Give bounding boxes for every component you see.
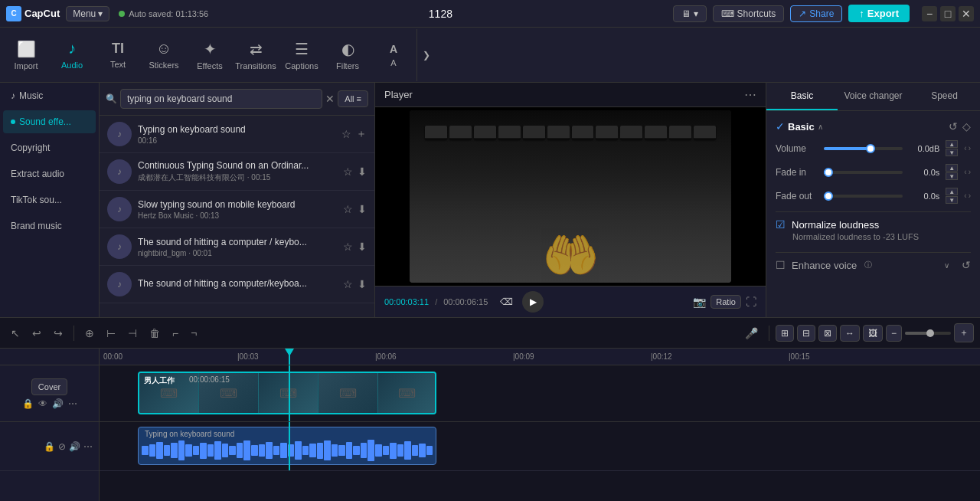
audio-eye-icon[interactable]: ⊘: [58, 441, 66, 452]
add-button[interactable]: ＋: [356, 127, 367, 141]
fadein-down[interactable]: ▼: [946, 172, 958, 180]
select-tool[interactable]: ↖: [6, 324, 24, 342]
sidebar-item-sound-effects[interactable]: Sound effe...: [3, 110, 96, 133]
clip-view2-button[interactable]: ⊟: [797, 325, 815, 342]
monitor-button[interactable]: 🖥 ▾: [673, 5, 707, 22]
zoom-out-button[interactable]: −: [886, 325, 902, 342]
tool-stickers[interactable]: ☺ Stickers: [141, 29, 187, 81]
enhance-checkbox[interactable]: ☐: [776, 259, 786, 271]
timeline-ruler[interactable]: 00:00 |00:03 |00:06 |00:09 |00:12 |00:15: [100, 349, 980, 365]
menu-button[interactable]: Menu ▾: [66, 6, 109, 21]
sound-item[interactable]: ♪ The sound of hitting a computer / keyb…: [100, 228, 374, 266]
audio-lock-icon[interactable]: 🔒: [44, 441, 55, 452]
sidebar-item-extract-audio[interactable]: Extract audio: [3, 162, 96, 185]
shortcuts-button[interactable]: ⌨ Shortcuts: [713, 5, 785, 22]
player-menu-button[interactable]: ⋯: [744, 87, 756, 102]
clip-view3-button[interactable]: ⊠: [818, 325, 837, 342]
download-button[interactable]: ⬇: [358, 241, 367, 253]
fadein-right-arrow[interactable]: ›: [969, 168, 971, 176]
split-button[interactable]: ⊢: [102, 324, 120, 342]
fadein-left-arrow[interactable]: ‹: [964, 168, 966, 176]
tab-speed[interactable]: Speed: [909, 83, 980, 110]
volume-up[interactable]: ▲: [946, 140, 958, 148]
fadein-slider[interactable]: [824, 171, 903, 174]
undo-button[interactable]: ↩: [28, 324, 46, 342]
tool-text[interactable]: TI Text: [95, 29, 141, 81]
sound-item[interactable]: ♪ Slow typing sound on mobile keyboard H…: [100, 191, 374, 228]
sidebar-item-copyright[interactable]: Copyright: [3, 136, 96, 159]
download-button[interactable]: ⬇: [358, 165, 367, 178]
sound-item[interactable]: ♪ Typing on keyboard sound 00:16 ☆ ＋: [100, 116, 374, 153]
delete-button[interactable]: 🗑: [145, 324, 165, 342]
sidebar-item-music[interactable]: ♪ Music: [3, 84, 96, 107]
search-input[interactable]: [120, 89, 322, 109]
audio-vol-icon[interactable]: 🔊: [69, 441, 80, 452]
minimize-button[interactable]: −: [922, 6, 937, 21]
fullscreen-icon[interactable]: ⛶: [746, 296, 756, 308]
mic-button[interactable]: 🎤: [740, 324, 763, 342]
tool-transitions[interactable]: ⇄ Transitions: [233, 29, 279, 81]
redo-button[interactable]: ↪: [49, 324, 67, 342]
fadeout-right-arrow[interactable]: ›: [969, 192, 971, 200]
thumb-button[interactable]: 🖼: [863, 325, 883, 342]
more-track-icon[interactable]: ⋯: [68, 398, 77, 409]
tool-audio[interactable]: ♪ Audio: [49, 29, 95, 81]
cover-button[interactable]: Cover: [31, 378, 67, 395]
fit-button[interactable]: ↔: [840, 325, 860, 342]
star-button[interactable]: ☆: [343, 278, 353, 290]
sidebar-item-brand-music[interactable]: Brand music: [3, 214, 96, 237]
tool-filters[interactable]: ◐ Filters: [325, 29, 371, 81]
split-at-button[interactable]: ⊕: [80, 324, 99, 342]
tool-captions[interactable]: ☰ Captions: [279, 29, 325, 81]
tool-effects[interactable]: ✦ Effects: [187, 29, 233, 81]
download-button[interactable]: ⬇: [358, 278, 367, 290]
zoom-slider[interactable]: [905, 332, 951, 335]
screenshot-icon[interactable]: 📷: [693, 296, 706, 308]
play-button[interactable]: ▶: [522, 291, 544, 313]
copy-icon[interactable]: ◇: [962, 120, 971, 133]
clip-view-button[interactable]: ⊞: [776, 325, 794, 342]
enhance-caret[interactable]: ∨: [944, 261, 949, 270]
crop-button[interactable]: ⊣: [123, 324, 142, 342]
volume-icon[interactable]: 🔊: [52, 398, 64, 409]
download-button[interactable]: ⬇: [358, 203, 367, 215]
fadein-up[interactable]: ▲: [946, 164, 958, 172]
fadeout-slider[interactable]: [824, 195, 903, 198]
sidebar-item-tiktok[interactable]: TikTok sou...: [3, 188, 96, 211]
tool-import[interactable]: ⬜ Import: [3, 29, 49, 81]
all-filter-button[interactable]: All ≡: [338, 90, 368, 107]
tab-basic[interactable]: Basic: [766, 83, 838, 110]
volume-down[interactable]: ▼: [946, 149, 958, 156]
volume-slider[interactable]: [824, 147, 903, 150]
star-button[interactable]: ☆: [343, 241, 353, 253]
star-button[interactable]: ☆: [341, 128, 351, 140]
video-clip[interactable]: 男人工作 00:00:06:15 ⌨ ⌨ ⌨ ⌨ ⌨: [138, 372, 436, 414]
tab-voice-changer[interactable]: Voice changer: [838, 83, 909, 110]
toolbar-more-button[interactable]: ❯: [416, 29, 435, 81]
mark-in-button[interactable]: ⌐: [168, 324, 183, 342]
audio-more-icon[interactable]: ⋯: [83, 441, 93, 452]
vol-right-arrow[interactable]: ›: [969, 144, 971, 152]
tool-adjust[interactable]: A A: [371, 29, 416, 81]
share-button[interactable]: ↗ Share: [790, 5, 842, 22]
basic-checkbox[interactable]: ✓: [776, 120, 785, 133]
fadeout-down[interactable]: ▼: [946, 196, 958, 204]
fadeout-up[interactable]: ▲: [946, 188, 958, 195]
lock-icon[interactable]: 🔒: [22, 398, 34, 409]
vol-left-arrow[interactable]: ‹: [964, 144, 966, 152]
reset-icon[interactable]: ↺: [949, 120, 958, 133]
star-button[interactable]: ☆: [343, 165, 353, 178]
fadeout-left-arrow[interactable]: ‹: [964, 192, 966, 200]
audio-clip[interactable]: Typing on keyboard sound: [138, 427, 436, 465]
eye-icon[interactable]: 👁: [38, 398, 47, 409]
close-button[interactable]: ✕: [959, 6, 974, 21]
sound-item[interactable]: ♪ Continuous Typing Sound on an Ordinar.…: [100, 153, 374, 191]
star-button[interactable]: ☆: [343, 203, 353, 215]
enhance-reset-button[interactable]: ↺: [962, 259, 971, 271]
sound-item[interactable]: ♪ The sound of hitting a computer/keyboa…: [100, 266, 374, 303]
export-button[interactable]: ↑ Export: [848, 5, 910, 22]
normalize-checkbox[interactable]: ☑: [776, 218, 786, 231]
search-clear-button[interactable]: ✕: [325, 93, 335, 105]
mark-out-button[interactable]: ¬: [186, 324, 201, 342]
maximize-button[interactable]: □: [940, 6, 956, 21]
